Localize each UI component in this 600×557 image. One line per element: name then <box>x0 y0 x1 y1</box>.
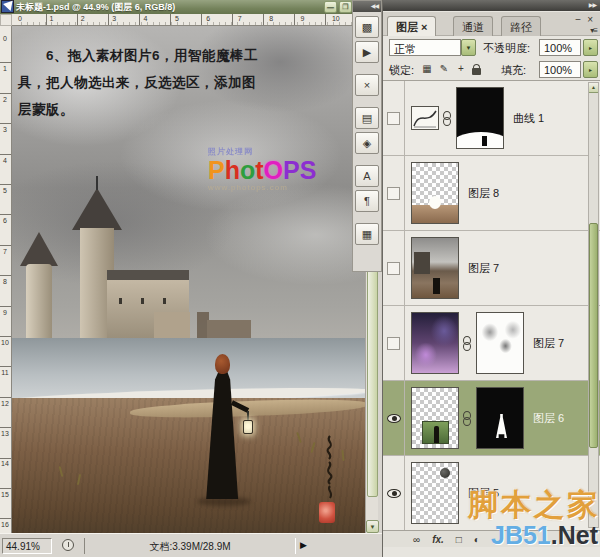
panel-minimize-button[interactable]: − <box>575 14 581 25</box>
blend-opacity-row: 正常 ▼ 不透明度: 100% ▸ <box>383 38 600 60</box>
panel-scroll-up-arrow[interactable]: ▲ <box>589 83 598 93</box>
zoom-level-field[interactable]: 44.91% <box>2 538 52 554</box>
link-layers-icon[interactable]: ∞ <box>413 534 420 545</box>
logo-letter: h <box>225 156 240 184</box>
canvas[interactable]: 6、拖入素材图片6，用智能魔棒工 具，把人物选出来，反选选区，添加图 层蒙版。 … <box>12 26 365 533</box>
mask-link-icon[interactable] <box>442 111 450 125</box>
lock-position-icon[interactable]: + <box>455 62 467 75</box>
adjustment-layer-icon[interactable]: ◐ <box>474 534 480 545</box>
blend-mode-select[interactable]: 正常 <box>389 39 461 56</box>
lock-paint-icon[interactable]: ✎ <box>438 62 450 75</box>
brushes-palette-icon[interactable]: ▩ <box>355 16 379 38</box>
ruler-number: 5 <box>169 14 200 25</box>
layer-row-layer5[interactable]: 图层 5 <box>383 456 600 530</box>
layer-row-layer7b[interactable]: 图层 7 <box>383 306 600 381</box>
tab-channels[interactable]: 通道 <box>453 16 493 36</box>
paragraph-palette-icon[interactable]: ¶ <box>355 190 379 212</box>
panel-close-button[interactable]: × <box>587 14 593 25</box>
panel-scrollbar[interactable]: ▲ <box>588 82 599 528</box>
fill-slider-icon[interactable]: ▸ <box>583 61 598 78</box>
beach-art <box>12 398 365 533</box>
logo-letter: t <box>255 156 263 184</box>
layer-name[interactable]: 图层 6 <box>533 411 564 426</box>
visibility-toggle[interactable] <box>383 156 405 231</box>
ruler-number: 9 <box>0 300 10 330</box>
panel-scroll-thumb[interactable] <box>589 223 598 448</box>
visibility-toggle[interactable] <box>383 81 405 156</box>
character-palette-icon[interactable]: A <box>355 165 379 187</box>
vertical-ruler: 012345678910111213141516 <box>0 26 12 533</box>
status-options-arrow[interactable]: ▶ <box>300 540 307 550</box>
ruler-number: 0 <box>12 14 43 25</box>
lock-all-icon[interactable] <box>472 68 481 75</box>
histogram-palette-icon[interactable]: ▦ <box>355 223 379 245</box>
ruler-number: 7 <box>0 239 10 269</box>
fill-value-field[interactable]: 100% <box>539 61 581 78</box>
ruler-number: 8 <box>0 269 10 299</box>
tutorial-line: 6、拖入素材图片6，用智能魔棒工 <box>18 42 354 69</box>
clone-source-palette-icon[interactable]: ◈ <box>355 132 379 154</box>
scroll-down-arrow[interactable]: ▼ <box>366 520 379 533</box>
ruler-number: 6 <box>0 208 10 238</box>
red-seal-stamp <box>319 502 335 523</box>
curves-adjustment-thumbnail[interactable] <box>411 106 439 130</box>
layer-thumbnail[interactable] <box>411 312 459 374</box>
panel-menu-icon[interactable]: ▾≡ <box>590 26 597 35</box>
layer-thumbnail[interactable] <box>411 462 459 524</box>
layer-thumbnail[interactable] <box>411 162 459 224</box>
layer-row-curves1[interactable]: 曲线 1 <box>383 81 600 156</box>
mask-link-icon[interactable] <box>462 411 470 425</box>
visibility-toggle[interactable] <box>383 306 405 381</box>
layer-style-icon[interactable]: fx. <box>432 534 444 545</box>
layer-name[interactable]: 曲线 1 <box>513 111 544 126</box>
panel-collapse-control[interactable]: ▶▶ <box>383 0 600 11</box>
layer-thumbnail[interactable] <box>411 237 459 299</box>
opacity-value-field[interactable]: 100% <box>539 39 581 56</box>
layer-mask-thumbnail[interactable] <box>476 312 524 374</box>
tab-paths[interactable]: 路径 <box>501 16 541 36</box>
castle-window <box>119 298 122 304</box>
layer-row-layer7a[interactable]: 图层 7 <box>383 231 600 306</box>
ruler-number: 16 <box>0 512 10 533</box>
palette-dock-strip: ◀◀ ▩ ▶ × ▤ ◈ A ¶ ▦ <box>352 0 382 272</box>
visibility-toggle[interactable] <box>383 456 405 531</box>
layer-name[interactable]: 图层 8 <box>468 186 499 201</box>
tab-layers[interactable]: 图层 × <box>387 16 436 36</box>
add-mask-icon[interactable]: □ <box>456 534 462 545</box>
layer-thumbnail[interactable] <box>411 387 459 449</box>
opacity-slider-icon[interactable]: ▸ <box>583 39 598 56</box>
tool-presets-palette-icon[interactable]: × <box>355 74 379 96</box>
signature-calligraphy <box>321 434 339 500</box>
document-titlebar[interactable]: 未标题-1.psd @ 44.9% (图层 6, RGB/8) — ❐ <box>0 0 382 14</box>
layer-name[interactable]: 图层 7 <box>468 261 499 276</box>
photoshop-app: 未标题-1.psd @ 44.9% (图层 6, RGB/8) — ❐ 0123… <box>0 0 600 557</box>
lock-transparency-icon[interactable]: ▦ <box>421 62 433 75</box>
minimize-button[interactable]: — <box>324 1 337 13</box>
actions-palette-icon[interactable]: ▶ <box>355 41 379 63</box>
layer-comps-palette-icon[interactable]: ▤ <box>355 107 379 129</box>
layer-name[interactable]: 图层 7 <box>533 336 564 351</box>
layer-row-layer6-selected[interactable]: 图层 6 <box>383 381 600 456</box>
restore-button[interactable]: ❐ <box>339 1 352 13</box>
tutorial-text: 6、拖入素材图片6，用智能魔棒工 具，把人物选出来，反选选区，添加图 层蒙版。 <box>18 42 354 123</box>
ruler-number: 11 <box>0 360 10 390</box>
layer-mask-thumbnail[interactable] <box>476 387 524 449</box>
layer-mask-thumbnail[interactable] <box>456 87 504 149</box>
hidden-eye-well[interactable] <box>387 337 400 350</box>
ruler-number: 12 <box>0 391 10 421</box>
ruler-number: 2 <box>75 14 106 25</box>
ruler-number: 1 <box>43 14 74 25</box>
mask-link-icon[interactable] <box>462 336 470 350</box>
dock-expand-control[interactable]: ◀◀ <box>353 1 381 12</box>
hidden-eye-well[interactable] <box>387 262 400 275</box>
layer-name[interactable]: 图层 5 <box>468 486 499 501</box>
ruler-corner <box>0 14 12 26</box>
hidden-eye-well[interactable] <box>387 187 400 200</box>
layer-row-layer8[interactable]: 图层 8 <box>383 156 600 231</box>
hidden-eye-well[interactable] <box>387 112 400 125</box>
blend-dropdown-icon[interactable]: ▼ <box>461 39 476 56</box>
visibility-toggle[interactable] <box>383 381 405 456</box>
eye-icon[interactable] <box>387 414 401 423</box>
eye-icon[interactable] <box>387 489 401 498</box>
visibility-toggle[interactable] <box>383 231 405 306</box>
